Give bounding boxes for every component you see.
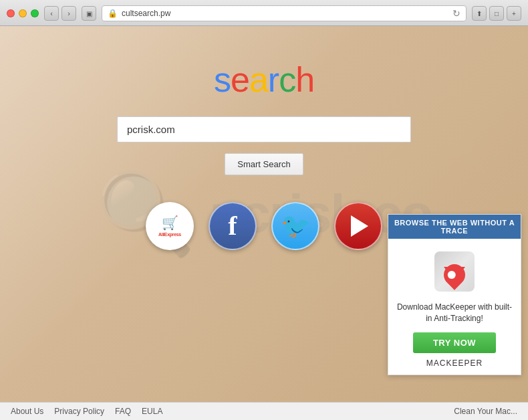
ad-icon-area bbox=[431, 248, 478, 295]
youtube-play-icon bbox=[351, 215, 368, 237]
logo-letter-e: e bbox=[231, 60, 249, 99]
youtube-icon[interactable] bbox=[334, 202, 382, 250]
footer-eula-link[interactable]: EULA bbox=[142, 407, 162, 416]
search-area: search Smart Search bbox=[0, 60, 528, 175]
traffic-lights bbox=[7, 9, 39, 17]
new-tab-button[interactable]: □ bbox=[489, 6, 504, 21]
ad-brand-suffix: KEEPER bbox=[446, 358, 483, 368]
page-content: 🔍 pcrisk.co search Smart Search 🛒 AliExp… bbox=[0, 26, 528, 402]
aliexpress-label: AliExpress bbox=[158, 231, 181, 237]
ad-body: Download MacKeeper with built-in Anti-Tr… bbox=[388, 239, 521, 375]
footer-about-link[interactable]: About Us bbox=[11, 407, 43, 416]
logo: search bbox=[214, 60, 314, 100]
share-button[interactable]: ⬆ bbox=[472, 6, 487, 21]
address-text: cultsearch.pw bbox=[122, 9, 452, 18]
logo-letter-s: s bbox=[214, 60, 231, 99]
minimize-button[interactable] bbox=[19, 9, 27, 17]
aliexpress-icon[interactable]: 🛒 AliExpress bbox=[146, 202, 194, 250]
logo-letter-c: c bbox=[279, 60, 295, 99]
footer-privacy-link[interactable]: Privacy Policy bbox=[54, 407, 104, 416]
toolbar-right: ⬆ □ + bbox=[472, 6, 521, 21]
title-bar: ‹ › ▣ 🔒 cultsearch.pw ↻ ⬆ □ + bbox=[0, 0, 528, 25]
twitter-bird-icon: 🐦 bbox=[281, 212, 311, 240]
menu-button[interactable]: + bbox=[507, 6, 521, 21]
twitter-icon[interactable]: 🐦 bbox=[271, 202, 319, 250]
close-button[interactable] bbox=[7, 9, 15, 17]
forward-button[interactable]: › bbox=[61, 6, 76, 21]
social-icons: 🛒 AliExpress f 🐦 bbox=[146, 202, 382, 250]
back-button[interactable]: ‹ bbox=[44, 6, 59, 21]
facebook-icon[interactable]: f bbox=[209, 202, 257, 250]
ad-panel: BROWSE THE WEB WITHOUT A TRACE Download … bbox=[388, 214, 521, 375]
refresh-button[interactable]: ↻ bbox=[452, 8, 460, 19]
try-now-button[interactable]: TRY NOW bbox=[413, 332, 496, 353]
logo-letter-h: h bbox=[295, 60, 314, 99]
footer-links: About Us Privacy Policy FAQ EULA bbox=[11, 407, 162, 416]
footer: About Us Privacy Policy FAQ EULA Clean Y… bbox=[0, 402, 528, 420]
footer-faq-link[interactable]: FAQ bbox=[115, 407, 131, 416]
search-input-container bbox=[117, 116, 411, 142]
maximize-button[interactable] bbox=[31, 9, 39, 17]
aliexpress-cart-icon: 🛒 bbox=[162, 215, 178, 231]
logo-letter-r: r bbox=[268, 60, 279, 99]
lock-icon: 🔒 bbox=[108, 9, 118, 18]
ad-header: BROWSE THE WEB WITHOUT A TRACE bbox=[388, 215, 521, 239]
smart-search-button[interactable]: Smart Search bbox=[225, 153, 303, 175]
ad-brand: MACKEEPER bbox=[426, 358, 483, 368]
search-input[interactable] bbox=[117, 116, 411, 142]
address-bar[interactable]: 🔒 cultsearch.pw ↻ bbox=[102, 5, 467, 21]
browser-chrome: ‹ › ▣ 🔒 cultsearch.pw ↻ ⬆ □ + bbox=[0, 0, 528, 26]
footer-right-text: Clean Your Mac... bbox=[454, 407, 517, 416]
nav-buttons: ‹ › bbox=[44, 6, 76, 21]
logo-letter-a: a bbox=[249, 60, 268, 99]
facebook-f-letter: f bbox=[228, 213, 237, 239]
tab-button[interactable]: ▣ bbox=[82, 6, 96, 21]
ad-description: Download MacKeeper with built-in Anti-Tr… bbox=[396, 302, 513, 324]
ad-brand-prefix: MAC bbox=[426, 358, 446, 368]
